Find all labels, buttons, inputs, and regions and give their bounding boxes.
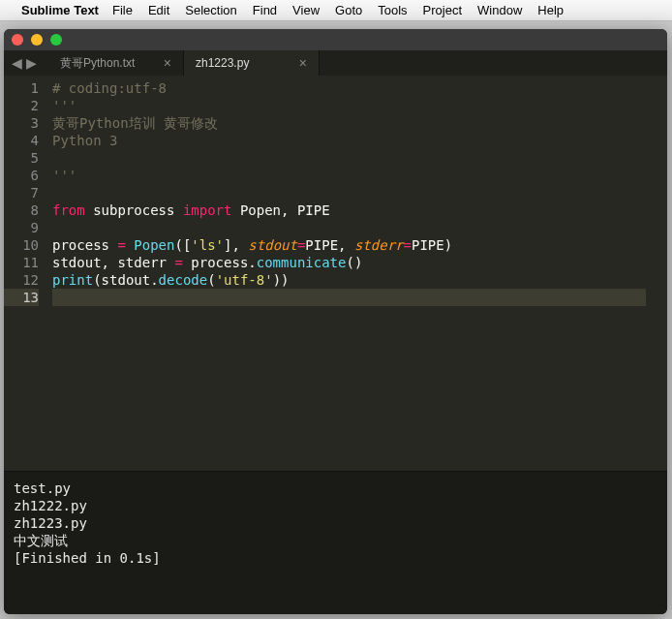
code-line[interactable]: # coding:utf-8 [52,79,661,97]
code-line[interactable]: stdout, stderr = process.communicate() [52,254,661,271]
line-number: 3 [4,114,39,132]
code-line[interactable] [52,219,661,236]
code-line[interactable]: ''' [52,167,661,184]
line-number: 2 [4,97,39,114]
menu-project[interactable]: Project [423,3,462,17]
build-output-panel[interactable]: test.pyzh1222.pyzh1223.py中文测试[Finished i… [4,471,667,614]
menu-edit[interactable]: Edit [148,3,169,17]
window-minimize-button[interactable] [31,34,43,46]
app-name[interactable]: Sublime Text [21,3,99,17]
line-number: 10 [4,236,39,254]
code-line[interactable] [52,149,661,167]
line-number: 12 [4,271,39,289]
tab-0[interactable]: 黄哥Python.txt × [48,50,184,76]
code-line[interactable]: process = Popen(['ls'], stdout=PIPE, std… [52,236,661,254]
console-line: [Finished in 0.1s] [14,549,657,567]
line-number: 11 [4,254,39,271]
tab-1[interactable]: zh1223.py × [184,50,320,76]
console-line: test.py [14,480,657,497]
code-line[interactable] [52,184,661,201]
console-line: zh1222.py [14,497,657,514]
line-number: 8 [4,201,39,219]
window-close-button[interactable] [12,34,23,46]
menu-window[interactable]: Window [477,3,522,17]
nav-forward-icon[interactable]: ▶ [26,55,37,71]
line-number: 9 [4,219,39,236]
menu-view[interactable]: View [292,3,320,17]
line-number: 1 [4,79,39,97]
code-line[interactable]: 黄哥Python培训 黄哥修改 [52,114,661,132]
tab-close-icon[interactable]: × [282,55,307,71]
nav-arrows: ◀ ▶ [4,50,48,76]
tab-close-icon[interactable]: × [146,55,171,71]
tab-label: zh1223.py [196,56,249,70]
editor-area[interactable]: 12345678910111213 # coding:utf-8'''黄哥Pyt… [4,76,667,471]
tab-label: 黄哥Python.txt [60,55,135,72]
menu-goto[interactable]: Goto [335,3,362,17]
code-line[interactable] [52,289,661,306]
line-number: 6 [4,167,39,184]
menu-file[interactable]: File [112,3,133,17]
line-gutter: 12345678910111213 [4,76,46,471]
line-number: 5 [4,149,39,167]
titlebar [4,29,667,50]
menu-find[interactable]: Find [253,3,277,17]
line-number: 4 [4,132,39,149]
tab-bar: ◀ ▶ 黄哥Python.txt × zh1223.py × [4,50,667,76]
editor-window: ◀ ▶ 黄哥Python.txt × zh1223.py × 123456789… [4,29,667,614]
code-line[interactable]: print(stdout.decode('utf-8')) [52,271,661,289]
console-line: 中文测试 [14,532,657,549]
code-line[interactable]: ''' [52,97,661,114]
console-line: zh1223.py [14,514,657,532]
nav-back-icon[interactable]: ◀ [12,55,22,71]
code-area[interactable]: # coding:utf-8'''黄哥Python培训 黄哥修改Python 3… [46,76,667,471]
window-maximize-button[interactable] [50,34,62,46]
menu-help[interactable]: Help [537,3,564,17]
code-line[interactable]: from subprocess import Popen, PIPE [52,201,661,219]
menubar: Sublime Text File Edit Selection Find Vi… [0,0,672,21]
minimap[interactable] [646,76,667,471]
line-number: 13 [4,289,39,306]
line-number: 7 [4,184,39,201]
code-line[interactable]: Python 3 [52,132,661,149]
menu-selection[interactable]: Selection [185,3,236,17]
menu-tools[interactable]: Tools [378,3,407,17]
